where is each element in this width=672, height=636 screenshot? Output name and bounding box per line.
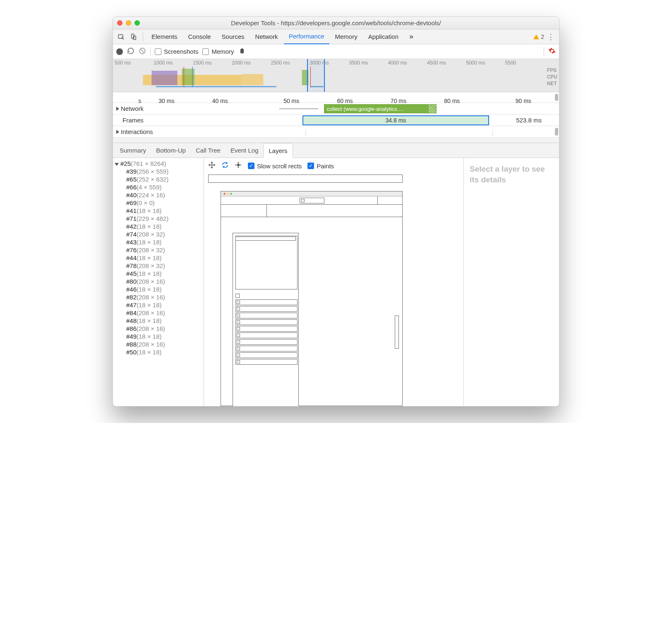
subtab-call-tree[interactable]: Call Tree — [191, 143, 226, 158]
frame-extra-label: 523.8 ms — [516, 117, 542, 124]
trash-icon[interactable] — [238, 47, 246, 56]
layer-tree[interactable]: #25(761 × 8264)#39(256 × 559)#65(252 × 6… — [113, 158, 204, 406]
layer-node[interactable]: #88(208 × 16) — [115, 340, 204, 348]
overview-panel[interactable]: 500 ms1000 ms1500 ms2000 ms2500 ms3000 m… — [113, 59, 559, 92]
frames-track-label: Frames — [122, 117, 144, 124]
tab-elements[interactable]: Elements — [146, 29, 182, 44]
clear-icon[interactable] — [139, 47, 146, 56]
tab-sources[interactable]: Sources — [217, 29, 250, 44]
screenshots-checkbox[interactable]: Screenshots — [155, 48, 198, 55]
scroll-thumb[interactable] — [555, 128, 558, 136]
layer-node[interactable]: #41(18 × 18) — [115, 207, 204, 215]
tabs-overflow-button[interactable]: » — [404, 29, 418, 44]
traffic-lights — [117, 20, 140, 26]
separator — [143, 32, 143, 41]
overview-selection[interactable] — [307, 59, 325, 92]
tab-network[interactable]: Network — [250, 29, 283, 44]
kebab-menu-icon[interactable]: ⋮ — [545, 31, 557, 43]
tab-memory[interactable]: Memory — [330, 29, 362, 44]
layer-node[interactable]: #50(18 × 18) — [115, 348, 204, 356]
flamechart-area: s30 ms40 ms50 ms60 ms70 ms80 ms90 ms Net… — [113, 92, 559, 143]
layer-node[interactable]: #25(761 × 8264) — [115, 160, 204, 167]
tab-application[interactable]: Application — [363, 29, 403, 44]
rotate-icon[interactable] — [221, 161, 229, 170]
layer-node[interactable]: #86(208 × 16) — [115, 325, 204, 332]
timeline-ruler[interactable]: s30 ms40 ms50 ms60 ms70 ms80 ms90 ms — [113, 92, 559, 103]
detail-tabs: SummaryBottom-UpCall TreeEvent LogLayers — [113, 143, 559, 158]
warning-count: 2 — [541, 33, 544, 40]
frame-bar[interactable]: 34.8 ms — [302, 115, 489, 125]
subtab-bottom-up[interactable]: Bottom-Up — [151, 143, 191, 158]
network-request-bar[interactable]: collect (www.google-analytics.… — [324, 104, 437, 113]
layer-node[interactable]: #69(0 × 0) — [115, 199, 204, 207]
layer-node[interactable]: #82(208 × 16) — [115, 293, 204, 301]
slow-scroll-checkbox[interactable]: ✓Slow scroll rects — [248, 163, 302, 170]
subtab-event-log[interactable]: Event Log — [226, 143, 264, 158]
warnings-indicator[interactable]: 2 — [533, 33, 544, 40]
layer-view-toolbar: ✓Slow scroll rects ✓Paints — [208, 160, 459, 172]
inspect-icon[interactable] — [115, 31, 127, 43]
reset-view-icon[interactable] — [235, 161, 242, 170]
layer-node[interactable]: #76(208 × 32) — [115, 246, 204, 254]
layer-node[interactable]: #47(18 × 18) — [115, 301, 204, 309]
perf-toolbar: Screenshots Memory — [113, 44, 559, 59]
svg-rect-5 — [151, 71, 177, 85]
layer-node[interactable]: #71(229 × 482) — [115, 215, 204, 222]
layer-node[interactable]: #43(18 × 18) — [115, 238, 204, 246]
warning-icon — [533, 34, 539, 39]
interactions-track[interactable]: Interactions ⋮ ⋮ — [113, 126, 559, 138]
layer-node[interactable]: #44(18 × 18) — [115, 254, 204, 262]
network-track[interactable]: Network collect (www.google-analytics.… — [113, 103, 559, 115]
close-icon[interactable] — [117, 20, 122, 26]
svg-rect-8 — [156, 86, 276, 87]
overview-chart — [113, 67, 542, 87]
overview-lane-labels: FPS CPU NET — [547, 67, 557, 86]
layer-node[interactable]: #39(256 × 559) — [115, 167, 204, 175]
layer-node[interactable]: #80(208 × 16) — [115, 277, 204, 285]
paints-checkbox[interactable]: ✓Paints — [307, 163, 334, 170]
layer-node[interactable]: #66(4 × 559) — [115, 183, 204, 191]
layer-node[interactable]: #40(224 × 16) — [115, 191, 204, 199]
record-button[interactable] — [116, 48, 123, 55]
layer-node[interactable]: #49(18 × 18) — [115, 332, 204, 340]
layer-node[interactable]: #84(208 × 16) — [115, 309, 204, 317]
main-tabbar: ElementsConsoleSourcesNetworkPerformance… — [113, 29, 559, 44]
frames-track[interactable]: Frames 34.8 ms 523.8 ms — [113, 115, 559, 126]
layer-wireframe[interactable] — [208, 175, 459, 406]
devtools-window: Developer Tools - https://developers.goo… — [113, 17, 559, 406]
pan-icon[interactable] — [208, 161, 216, 170]
svg-point-14 — [238, 164, 240, 166]
memory-label: Memory — [211, 48, 234, 55]
reload-icon[interactable] — [127, 47, 134, 56]
layer-viewport[interactable]: ✓Slow scroll rects ✓Paints — [204, 158, 464, 406]
expand-icon[interactable] — [116, 130, 119, 134]
device-toggle-icon[interactable] — [128, 31, 139, 43]
layer-node[interactable]: #74(208 × 32) — [115, 230, 204, 238]
interactions-track-label: Interactions — [121, 128, 153, 135]
layers-panel: #25(761 × 8264)#39(256 × 559)#65(252 × 6… — [113, 158, 559, 406]
layer-node[interactable]: #42(18 × 18) — [115, 222, 204, 230]
titlebar: Developer Tools - https://developers.goo… — [113, 17, 559, 29]
layer-node[interactable]: #65(252 × 632) — [115, 175, 204, 183]
settings-gear-icon[interactable] — [548, 47, 556, 56]
layer-view: ✓Slow scroll rects ✓Paints — [204, 158, 559, 406]
scroll-thumb[interactable] — [555, 94, 558, 101]
layer-node[interactable]: #45(18 × 18) — [115, 270, 204, 277]
overview-ticks: 500 ms1000 ms1500 ms2000 ms2500 ms3000 m… — [113, 60, 542, 66]
tab-performance[interactable]: Performance — [284, 29, 329, 44]
layer-node[interactable]: #46(18 × 18) — [115, 285, 204, 293]
expand-icon[interactable] — [116, 107, 119, 111]
layer-details-placeholder: Select a layer to see its details — [470, 165, 545, 184]
tab-console[interactable]: Console — [183, 29, 216, 44]
layer-node[interactable]: #78(208 × 32) — [115, 262, 204, 270]
subtab-summary[interactable]: Summary — [115, 143, 151, 158]
layer-details-pane: Select a layer to see its details — [464, 158, 559, 406]
layer-node[interactable]: #48(18 × 18) — [115, 317, 204, 325]
minimize-icon[interactable] — [126, 20, 131, 26]
screenshots-label: Screenshots — [164, 48, 198, 55]
network-track-label: Network — [121, 105, 144, 112]
memory-checkbox[interactable]: Memory — [202, 48, 234, 55]
maximize-icon[interactable] — [134, 20, 140, 26]
window-title: Developer Tools - https://developers.goo… — [113, 19, 559, 26]
subtab-layers[interactable]: Layers — [263, 143, 293, 158]
